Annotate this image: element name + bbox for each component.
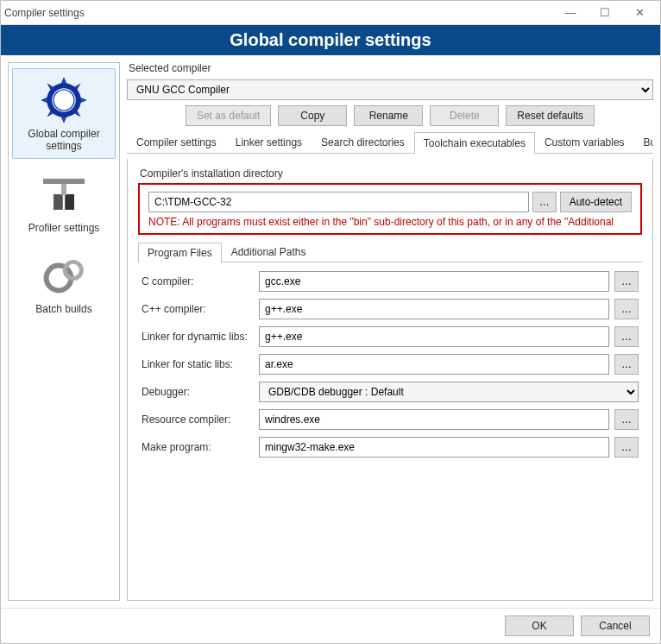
input-linker-static[interactable]: [259, 354, 609, 375]
copy-button[interactable]: Copy: [278, 105, 347, 126]
browse-resource-compiler[interactable]: …: [614, 409, 639, 430]
install-dir-legend: Compiler's installation directory: [138, 167, 642, 180]
tab-build-options[interactable]: Build: [634, 131, 653, 153]
label-linker-static: Linker for static libs:: [142, 358, 254, 370]
compiler-button-row: Set as default Copy Rename Delete Reset …: [127, 105, 653, 126]
install-dir-fieldset: Compiler's installation directory … Auto…: [138, 167, 642, 242]
program-files-form: C compiler: … C++ compiler: … Linker for…: [138, 262, 642, 466]
main-panel: Selected compiler GNU GCC Compiler Set a…: [127, 62, 653, 601]
label-debugger: Debugger:: [142, 386, 254, 398]
browse-cpp-compiler[interactable]: …: [614, 299, 639, 319]
install-dir-input[interactable]: [148, 192, 529, 212]
install-dir-highlight: … Auto-detect NOTE: All programs must ex…: [138, 183, 642, 235]
subtab-program-files[interactable]: Program Files: [138, 243, 222, 262]
input-cpp-compiler[interactable]: [259, 299, 609, 319]
sidebar-item-profiler[interactable]: Profiler settings: [12, 162, 116, 240]
sidebar-item-global-compiler[interactable]: Global compiler settings: [12, 68, 116, 159]
window-title: Compiler settings: [4, 7, 553, 19]
set-default-button: Set as default: [186, 105, 271, 126]
caliper-icon: [38, 168, 90, 220]
titlebar: Compiler settings — ☐ ✕: [1, 1, 660, 25]
row-linker-dynamic: Linker for dynamic libs: …: [142, 326, 639, 347]
sidebar-item-label: Profiler settings: [28, 222, 100, 234]
rename-button[interactable]: Rename: [354, 105, 423, 126]
row-make-program: Make program: …: [142, 437, 639, 458]
row-linker-static: Linker for static libs: …: [142, 354, 639, 375]
tab-linker-settings[interactable]: Linker settings: [226, 131, 312, 153]
svg-rect-2: [43, 179, 85, 184]
settings-tabs: Compiler settings Linker settings Search…: [127, 131, 653, 154]
browse-button[interactable]: …: [532, 192, 557, 212]
tab-search-directories[interactable]: Search directories: [312, 131, 414, 153]
svg-point-0: [54, 90, 74, 110]
label-c-compiler: C compiler:: [142, 275, 254, 287]
selected-compiler-label: Selected compiler: [127, 62, 653, 74]
maximize-icon[interactable]: ☐: [588, 3, 622, 23]
ok-button[interactable]: OK: [505, 616, 574, 636]
svg-rect-5: [61, 184, 66, 195]
program-subtabs: Program Files Additional Paths: [138, 242, 642, 262]
label-linker-dynamic: Linker for dynamic libs:: [142, 331, 254, 343]
svg-rect-3: [54, 194, 63, 210]
autodetect-button[interactable]: Auto-detect: [560, 192, 632, 212]
titlebar-controls: — ☐ ✕: [553, 3, 657, 23]
sidebar-item-batch[interactable]: Batch builds: [12, 243, 116, 321]
install-dir-note: NOTE: All programs must exist either in …: [148, 216, 632, 228]
input-linker-dynamic[interactable]: [259, 326, 609, 347]
browse-linker-static[interactable]: …: [614, 354, 639, 375]
input-c-compiler[interactable]: [259, 271, 609, 292]
gears-icon: [38, 249, 90, 301]
toolchain-panel: Compiler's installation directory … Auto…: [127, 159, 653, 601]
dialog-window: Compiler settings — ☐ ✕ Global compiler …: [0, 0, 661, 644]
tab-toolchain-executables[interactable]: Toolchain executables: [414, 132, 535, 154]
svg-rect-4: [65, 194, 74, 210]
delete-button: Delete: [430, 105, 499, 126]
row-c-compiler: C compiler: …: [142, 271, 639, 292]
subtab-additional-paths[interactable]: Additional Paths: [222, 242, 316, 262]
browse-linker-dynamic[interactable]: …: [614, 326, 639, 347]
browse-c-compiler[interactable]: …: [614, 271, 639, 292]
row-debugger: Debugger: GDB/CDB debugger : Default: [142, 382, 639, 402]
sidebar-item-label: Global compiler settings: [15, 128, 113, 153]
row-resource-compiler: Resource compiler: …: [142, 409, 639, 430]
reset-defaults-button[interactable]: Reset defaults: [506, 105, 595, 126]
browse-make-program[interactable]: …: [614, 437, 639, 458]
label-resource-compiler: Resource compiler:: [142, 414, 254, 426]
tab-compiler-settings[interactable]: Compiler settings: [127, 131, 226, 153]
input-resource-compiler[interactable]: [259, 409, 609, 430]
sidebar: Global compiler settings Profiler settin…: [8, 62, 120, 601]
row-cpp-compiler: C++ compiler: …: [142, 299, 639, 319]
selected-compiler-dropdown[interactable]: GNU GCC Compiler: [127, 79, 653, 100]
cancel-button[interactable]: Cancel: [581, 616, 650, 636]
dialog-footer: OK Cancel: [1, 608, 660, 643]
sidebar-item-label: Batch builds: [35, 303, 91, 315]
minimize-icon[interactable]: —: [553, 3, 588, 23]
close-icon[interactable]: ✕: [622, 3, 657, 23]
select-debugger[interactable]: GDB/CDB debugger : Default: [259, 382, 639, 402]
label-cpp-compiler: C++ compiler:: [142, 303, 254, 315]
page-title: Global compiler settings: [1, 25, 660, 55]
label-make-program: Make program:: [142, 441, 254, 453]
input-make-program[interactable]: [259, 437, 609, 458]
gear-icon: [38, 74, 90, 126]
tab-custom-variables[interactable]: Custom variables: [535, 131, 634, 153]
